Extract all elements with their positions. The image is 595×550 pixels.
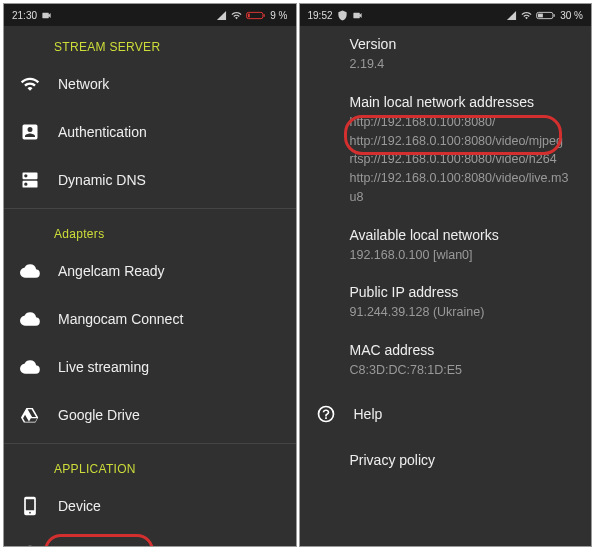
list-item-angelcam[interactable]: Angelcam Ready bbox=[4, 247, 296, 295]
status-bar: 21:30 9 % bbox=[4, 4, 296, 26]
list-item-device[interactable]: Device bbox=[4, 482, 296, 530]
status-time: 19:52 bbox=[308, 10, 333, 21]
help-icon bbox=[316, 404, 336, 424]
info-screen-right: 19:52 30 % Version 2.19.4 bbox=[299, 3, 593, 547]
status-bar: 19:52 30 % bbox=[300, 4, 592, 26]
info-title: Main local network addresses bbox=[350, 94, 576, 110]
section-header-stream-server: STREAM SERVER bbox=[4, 26, 296, 60]
info-mac[interactable]: MAC address C8:3D:DC:78:1D:E5 bbox=[300, 332, 592, 390]
list-item-label: Angelcam Ready bbox=[58, 263, 280, 279]
cloud-icon bbox=[20, 357, 40, 377]
list-item-label: Network bbox=[58, 76, 280, 92]
info-public-ip[interactable]: Public IP address 91.244.39.128 (Ukraine… bbox=[300, 274, 592, 332]
settings-list: STREAM SERVER Network Authentication Dyn… bbox=[4, 26, 296, 546]
svg-rect-1 bbox=[264, 14, 265, 17]
status-time: 21:30 bbox=[12, 10, 37, 21]
divider bbox=[4, 443, 296, 444]
cloud-icon bbox=[20, 309, 40, 329]
info-available-networks[interactable]: Available local networks 192.168.0.100 [… bbox=[300, 217, 592, 275]
list-item-information[interactable]: Information bbox=[4, 530, 296, 546]
info-title: Public IP address bbox=[350, 284, 576, 300]
svg-rect-4 bbox=[554, 14, 555, 17]
list-item-label: Device bbox=[58, 498, 280, 514]
list-item-label: Privacy policy bbox=[350, 452, 576, 468]
phone-icon bbox=[20, 496, 40, 516]
list-item-live-streaming[interactable]: Live streaming bbox=[4, 343, 296, 391]
svg-rect-2 bbox=[248, 13, 250, 17]
camera-icon bbox=[352, 10, 363, 21]
info-version[interactable]: Version 2.19.4 bbox=[300, 26, 592, 84]
signal-icon bbox=[506, 10, 517, 21]
dns-icon bbox=[20, 170, 40, 190]
list-item-label: Mangocam Connect bbox=[58, 311, 280, 327]
list-item-google-drive[interactable]: Google Drive bbox=[4, 391, 296, 439]
wifi-status-icon bbox=[231, 10, 242, 21]
info-icon bbox=[20, 544, 40, 546]
section-header-adapters: Adapters bbox=[4, 213, 296, 247]
battery-percent: 9 % bbox=[270, 10, 287, 21]
info-value: 2.19.4 bbox=[350, 55, 576, 74]
settings-screen-left: 21:30 9 % STREAM SERVER Network bbox=[3, 3, 297, 547]
list-item-label: Live streaming bbox=[58, 359, 280, 375]
info-value: 91.244.39.128 (Ukraine) bbox=[350, 303, 576, 322]
info-addresses[interactable]: Main local network addresses http://192.… bbox=[300, 84, 592, 217]
address-value: http://192.168.0.100:8080/ bbox=[350, 113, 576, 132]
list-item-network[interactable]: Network bbox=[4, 60, 296, 108]
list-item-mangocam[interactable]: Mangocam Connect bbox=[4, 295, 296, 343]
cloud-icon bbox=[20, 261, 40, 281]
list-item-help[interactable]: Help bbox=[300, 390, 592, 438]
list-item-label: Google Drive bbox=[58, 407, 280, 423]
address-value: http://192.168.0.100:8080/video/mjpeg bbox=[350, 132, 576, 151]
address-value: rtsp://192.168.0.100:8080/video/h264 bbox=[350, 150, 576, 169]
battery-icon bbox=[536, 10, 556, 21]
info-title: Available local networks bbox=[350, 227, 576, 243]
info-title: MAC address bbox=[350, 342, 576, 358]
shield-icon bbox=[337, 10, 348, 21]
svg-rect-5 bbox=[538, 13, 543, 17]
wifi-status-icon bbox=[521, 10, 532, 21]
list-item-authentication[interactable]: Authentication bbox=[4, 108, 296, 156]
list-item-privacy[interactable]: Privacy policy bbox=[300, 438, 592, 482]
list-item-label: Dynamic DNS bbox=[58, 172, 280, 188]
info-value: 192.168.0.100 [wlan0] bbox=[350, 246, 576, 265]
divider bbox=[4, 208, 296, 209]
list-item-label: Help bbox=[354, 406, 576, 422]
user-card-icon bbox=[20, 122, 40, 142]
battery-percent: 30 % bbox=[560, 10, 583, 21]
drive-icon bbox=[20, 405, 40, 425]
info-content: Version 2.19.4 Main local network addres… bbox=[300, 26, 592, 546]
list-item-label: Authentication bbox=[58, 124, 280, 140]
section-header-application: APPLICATION bbox=[4, 448, 296, 482]
address-value: http://192.168.0.100:8080/video/live.m3u… bbox=[350, 169, 576, 207]
highlight-annotation bbox=[44, 534, 154, 546]
info-value: C8:3D:DC:78:1D:E5 bbox=[350, 361, 576, 380]
camera-icon bbox=[41, 10, 52, 21]
list-item-dynamic-dns[interactable]: Dynamic DNS bbox=[4, 156, 296, 204]
battery-icon bbox=[246, 10, 266, 21]
info-title: Version bbox=[350, 36, 576, 52]
signal-icon bbox=[216, 10, 227, 21]
wifi-icon bbox=[20, 74, 40, 94]
